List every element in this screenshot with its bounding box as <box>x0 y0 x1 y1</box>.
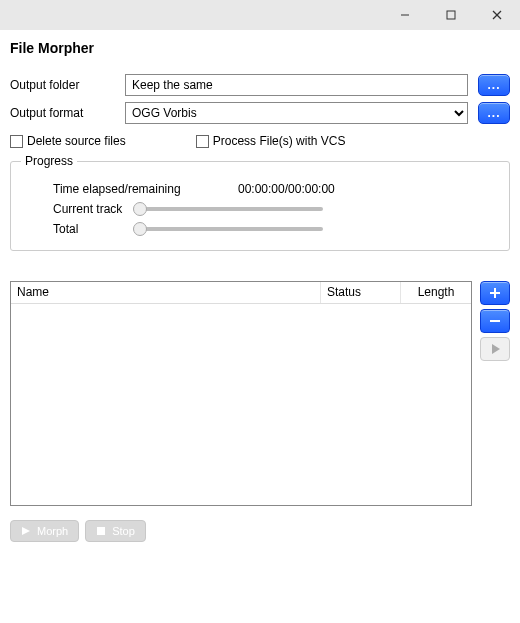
svg-rect-9 <box>97 527 105 535</box>
titlebar <box>0 0 520 30</box>
process-vcs-label: Process File(s) with VCS <box>213 134 346 148</box>
checkbox-icon <box>10 135 23 148</box>
svg-marker-8 <box>22 527 30 535</box>
plus-icon <box>489 287 501 299</box>
page-title: File Morpher <box>10 40 510 56</box>
column-length[interactable]: Length <box>401 282 471 303</box>
column-name[interactable]: Name <box>11 282 321 303</box>
close-button[interactable] <box>474 0 520 30</box>
maximize-button[interactable] <box>428 0 474 30</box>
morph-button[interactable]: Morph <box>10 520 79 542</box>
delete-source-label: Delete source files <box>27 134 126 148</box>
process-vcs-checkbox[interactable]: Process File(s) with VCS <box>196 134 346 148</box>
svg-rect-1 <box>447 11 455 19</box>
play-icon <box>489 343 501 355</box>
play-file-button[interactable] <box>480 337 510 361</box>
total-label: Total <box>53 222 133 236</box>
slider-track <box>133 227 323 231</box>
current-track-label: Current track <box>53 202 133 216</box>
column-status[interactable]: Status <box>321 282 401 303</box>
checkbox-icon <box>196 135 209 148</box>
svg-marker-7 <box>492 344 500 354</box>
total-slider[interactable] <box>133 222 323 236</box>
stop-icon <box>96 526 106 536</box>
progress-legend: Progress <box>21 154 77 168</box>
output-format-label: Output format <box>10 106 125 120</box>
delete-source-checkbox[interactable]: Delete source files <box>10 134 126 148</box>
slider-thumb <box>133 202 147 216</box>
current-track-slider[interactable] <box>133 202 323 216</box>
progress-group: Progress Time elapsed/remaining 00:00:00… <box>10 154 510 251</box>
stop-button[interactable]: Stop <box>85 520 146 542</box>
time-value: 00:00:00/00:00:00 <box>238 182 335 196</box>
stop-label: Stop <box>112 525 135 537</box>
output-folder-browse-button[interactable]: ... <box>478 74 510 96</box>
slider-thumb <box>133 222 147 236</box>
slider-track <box>133 207 323 211</box>
minus-icon <box>489 315 501 327</box>
svg-rect-5 <box>490 292 500 294</box>
output-format-select[interactable]: OGG Vorbis <box>125 102 468 124</box>
time-label: Time elapsed/remaining <box>53 182 238 196</box>
add-file-button[interactable] <box>480 281 510 305</box>
output-format-options-button[interactable]: ... <box>478 102 510 124</box>
output-folder-input[interactable] <box>125 74 468 96</box>
file-table: Name Status Length <box>10 281 472 506</box>
play-icon <box>21 526 31 536</box>
output-folder-label: Output folder <box>10 78 125 92</box>
table-header: Name Status Length <box>11 282 471 304</box>
remove-file-button[interactable] <box>480 309 510 333</box>
morph-label: Morph <box>37 525 68 537</box>
svg-rect-6 <box>490 320 500 322</box>
minimize-button[interactable] <box>382 0 428 30</box>
